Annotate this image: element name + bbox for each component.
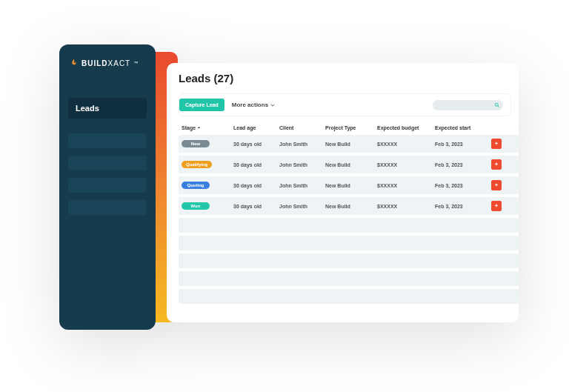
sidebar: BUILDXACT ™ Leads: [59, 44, 156, 330]
row-action-button[interactable]: [491, 139, 502, 149]
more-actions-label: More actions: [232, 102, 268, 108]
cell-expected-budget: $XXXXX: [377, 142, 435, 147]
cell-client: John Smith: [279, 142, 325, 147]
sort-asc-icon: [197, 126, 201, 130]
col-project-type[interactable]: Project Type: [325, 125, 377, 130]
cell-client: John Smith: [279, 183, 325, 188]
row-action-button[interactable]: [491, 201, 502, 211]
stage-pill: Won: [182, 202, 210, 210]
cell-expected-start: Feb 3, 2023: [435, 204, 488, 209]
sidebar-item-placeholder[interactable]: [68, 200, 147, 215]
row-action-button[interactable]: [491, 159, 502, 170]
main-panel: Leads (27) Capture Lead More actions Sta…: [167, 63, 519, 322]
toolbar: Capture Lead More actions: [179, 93, 511, 116]
table-row[interactable]: Won30 days oldJohn SmithNew Build$XXXXXF…: [179, 197, 519, 215]
cell-client: John Smith: [279, 204, 325, 209]
brand-logo: BUILDXACT ™: [68, 58, 147, 68]
brand-thin: XACT: [108, 59, 131, 67]
cell-project-type: New Build: [325, 183, 377, 188]
sparkle-icon: [493, 182, 499, 188]
sidebar-item-leads[interactable]: Leads: [68, 98, 147, 119]
cell-lead-age: 30 days old: [233, 204, 279, 209]
chevron-down-icon: [270, 103, 275, 107]
cell-expected-start: Feb 3, 2023: [435, 183, 488, 188]
stage-pill: Qualifying: [182, 161, 212, 168]
col-expected-budget[interactable]: Expected budget: [377, 125, 435, 130]
cell-client: John Smith: [279, 162, 325, 167]
page-title-text: Leads: [179, 72, 210, 84]
sparkle-icon: [493, 162, 499, 167]
cell-expected-budget: $XXXXX: [377, 183, 435, 188]
cell-project-type: New Build: [325, 204, 377, 209]
page-title-count: 27: [218, 72, 230, 84]
brand-tm: ™: [133, 61, 138, 65]
page-title: Leads (27): [179, 72, 519, 84]
cell-lead-age: 30 days old: [233, 162, 279, 167]
cell-expected-budget: $XXXXX: [377, 162, 435, 167]
col-stage[interactable]: Stage: [182, 125, 233, 130]
sidebar-item-placeholder[interactable]: [68, 156, 147, 170]
search-input[interactable]: [433, 100, 503, 110]
table-row-empty: [179, 289, 519, 304]
brand-bold: BUILD: [81, 59, 108, 67]
sparkle-icon: [493, 141, 499, 147]
cell-lead-age: 30 days old: [233, 183, 279, 188]
more-actions-dropdown[interactable]: More actions: [232, 102, 275, 108]
table-row[interactable]: Quoting30 days oldJohn SmithNew Build$XX…: [179, 176, 519, 194]
cell-expected-start: Feb 3, 2023: [435, 162, 488, 167]
col-expected-start[interactable]: Expected start: [435, 125, 488, 130]
table-row-empty: [179, 253, 519, 268]
svg-point-0: [495, 103, 498, 106]
col-lead-age[interactable]: Lead age: [233, 125, 279, 130]
sidebar-item-placeholder[interactable]: [68, 133, 147, 148]
flame-icon: [68, 58, 79, 68]
sparkle-icon: [493, 203, 499, 209]
stage-pill: Quoting: [182, 182, 210, 189]
search-icon: [494, 102, 500, 108]
capture-lead-button[interactable]: Capture Lead: [179, 99, 224, 111]
table-row-empty: [179, 271, 519, 286]
sidebar-item-placeholder[interactable]: [68, 178, 147, 193]
cell-lead-age: 30 days old: [233, 142, 279, 147]
cell-expected-start: Feb 3, 2023: [435, 142, 488, 147]
table-row[interactable]: New30 days oldJohn SmithNew Build$XXXXXF…: [179, 135, 519, 153]
table-header-row: Stage Lead age Client Project Type Expec…: [179, 121, 519, 135]
cell-project-type: New Build: [325, 162, 377, 167]
table-row-empty: [179, 218, 519, 233]
col-client[interactable]: Client: [279, 125, 325, 130]
table-row-empty: [179, 236, 519, 250]
stage-pill: New: [182, 140, 210, 147]
leads-table: Stage Lead age Client Project Type Expec…: [179, 121, 519, 304]
cell-project-type: New Build: [325, 142, 377, 147]
table-row[interactable]: Qualifying30 days oldJohn SmithNew Build…: [179, 156, 519, 173]
cell-expected-budget: $XXXXX: [377, 204, 435, 209]
row-action-button[interactable]: [491, 180, 502, 190]
